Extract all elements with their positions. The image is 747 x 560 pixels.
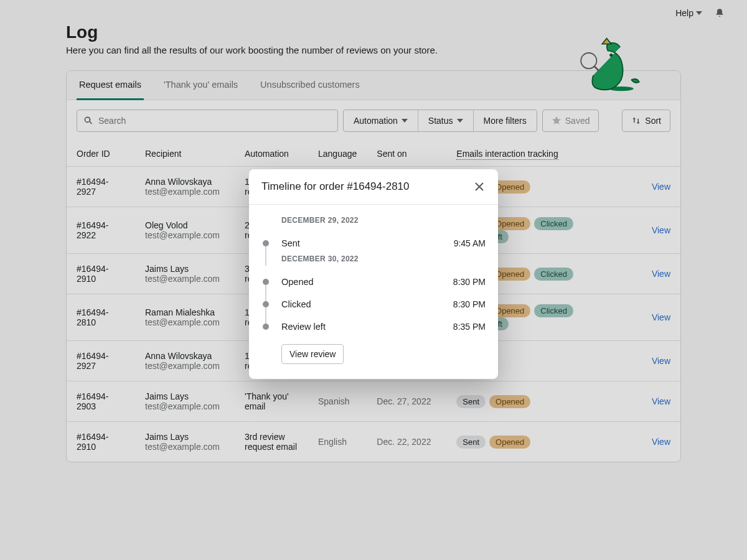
timeline-item: Review left 8:35 PM: [261, 315, 486, 338]
view-review-button[interactable]: View review: [281, 344, 344, 364]
timeline-label: Review left: [281, 322, 453, 332]
timeline-dot-icon: [263, 301, 269, 307]
timeline-time: 9:45 AM: [454, 238, 486, 248]
timeline-item: Opened 8:30 PM: [261, 271, 486, 293]
timeline-dot-icon: [263, 324, 269, 330]
timeline-time: 8:30 PM: [453, 299, 486, 309]
timeline-time: 8:35 PM: [453, 322, 486, 332]
timeline-date: DECEMBER 30, 2022: [281, 254, 486, 263]
timeline-item: Clicked 8:30 PM: [261, 293, 486, 315]
timeline-modal: Timeline for order #16494-2810 DECEMBER …: [249, 169, 498, 379]
timeline-label: Sent: [281, 238, 454, 248]
timeline-time: 8:30 PM: [453, 277, 486, 287]
close-icon[interactable]: [473, 180, 486, 193]
timeline-item: Sent 9:45 AM: [261, 232, 486, 254]
timeline-dot-icon: [263, 279, 269, 285]
timeline-label: Clicked: [281, 299, 453, 309]
timeline-label: Opened: [281, 277, 453, 287]
timeline-dot-icon: [263, 240, 269, 246]
modal-title: Timeline for order #16494-2810: [261, 180, 410, 193]
timeline-date: DECEMBER 29, 2022: [281, 216, 486, 225]
